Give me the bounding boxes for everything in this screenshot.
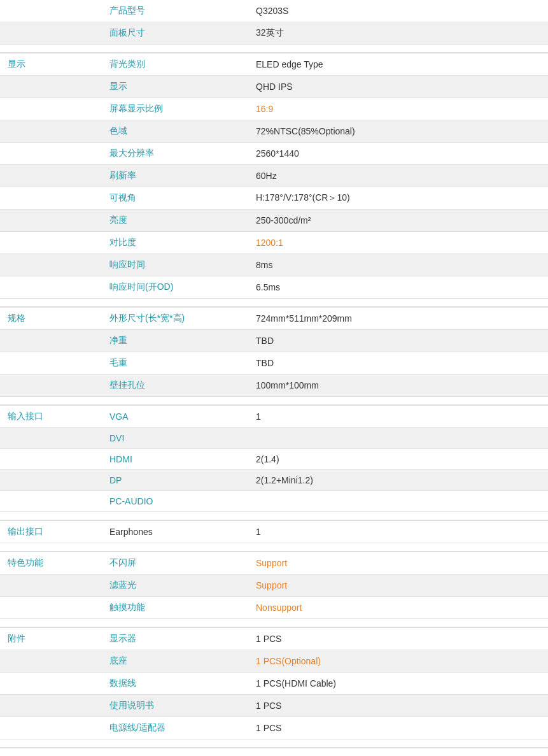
value-cell: 100mm*100mm: [248, 374, 548, 397]
table-row: 色域72%NTSC(85%Optional): [0, 120, 548, 143]
table-row: 输出接口Earphones1: [0, 520, 548, 543]
table-row: 屏幕显示比例16:9: [0, 98, 548, 120]
table-row: 电源线/适配器1 PCS: [0, 717, 548, 739]
label-cell: PC-AUDIO: [102, 491, 248, 512]
table-row: 触摸功能Nonsupport: [0, 597, 548, 619]
category-cell: [0, 673, 102, 695]
category-cell: [0, 597, 102, 619]
label-cell: DP: [102, 470, 248, 491]
category-cell: 输入接口: [0, 405, 102, 428]
value-cell: 250-300cd/m²: [248, 210, 548, 232]
table-row: DP2(1.2+Mini1.2): [0, 470, 548, 491]
label-cell: HDMI: [102, 449, 248, 470]
value-cell: [248, 491, 548, 512]
value-cell: 1: [248, 405, 548, 428]
value-cell: 2(1.2+Mini1.2): [248, 470, 548, 491]
value-cell: Support: [248, 574, 548, 597]
label-cell: 不闪屏: [102, 552, 248, 574]
label-cell: 对比度: [102, 232, 248, 254]
table-row: 净重TBD: [0, 330, 548, 352]
label-cell: Earphones: [102, 520, 248, 543]
category-cell: [0, 276, 102, 299]
category-cell: [0, 0, 102, 22]
label-cell: 亮度: [102, 210, 248, 232]
value-cell: TBD: [248, 352, 548, 374]
category-cell: [0, 143, 102, 165]
spec-table: 产品型号Q3203S面板尺寸32英寸显示背光类别ELED edge Type显示…: [0, 0, 548, 748]
value-cell: 1 PCS: [248, 627, 548, 650]
label-cell: 净重: [102, 330, 248, 352]
table-row: 规格外形尺寸(长*宽*高)724mm*511mm*209mm: [0, 307, 548, 330]
category-cell: 输出接口: [0, 520, 102, 543]
value-cell: Support: [248, 552, 548, 574]
value-cell: [248, 428, 548, 449]
label-cell: 底座: [102, 650, 248, 673]
table-row: 产品型号Q3203S: [0, 0, 548, 22]
table-row: 数据线1 PCS(HDMI Cable): [0, 673, 548, 695]
table-row: 最大分辨率2560*1440: [0, 143, 548, 165]
category-cell: [0, 98, 102, 120]
table-row: 壁挂孔位100mm*100mm: [0, 374, 548, 397]
category-cell: [0, 22, 102, 45]
label-cell: 电源线/适配器: [102, 717, 248, 739]
category-cell: [0, 449, 102, 470]
value-cell: 1 PCS(HDMI Cable): [248, 673, 548, 695]
value-cell: ELED edge Type: [248, 53, 548, 76]
label-cell: 响应时间: [102, 254, 248, 276]
label-cell: 触摸功能: [102, 597, 248, 619]
value-cell: 1 PCS: [248, 717, 548, 739]
value-cell: 8ms: [248, 254, 548, 276]
label-cell: 面板尺寸: [102, 22, 248, 45]
table-row: 附件显示器1 PCS: [0, 627, 548, 650]
value-cell: 2560*1440: [248, 143, 548, 165]
category-cell: [0, 330, 102, 352]
category-cell: [0, 352, 102, 374]
label-cell: 产品型号: [102, 0, 248, 22]
label-cell: 壁挂孔位: [102, 374, 248, 397]
table-row: 底座1 PCS(Optional): [0, 650, 548, 673]
category-cell: [0, 717, 102, 739]
value-cell: 1 PCS: [248, 695, 548, 717]
category-cell: [0, 650, 102, 673]
category-cell: [0, 574, 102, 597]
label-cell: 外形尺寸(长*宽*高): [102, 307, 248, 330]
category-cell: 特色功能: [0, 552, 102, 574]
table-row: 使用说明书1 PCS: [0, 695, 548, 717]
category-cell: 规格: [0, 307, 102, 330]
category-cell: [0, 210, 102, 232]
table-row: 刷新率60Hz: [0, 165, 548, 187]
label-cell: VGA: [102, 405, 248, 428]
category-cell: [0, 165, 102, 187]
label-cell: 显示: [102, 76, 248, 98]
label-cell: DVI: [102, 428, 248, 449]
value-cell: TBD: [248, 330, 548, 352]
table-row: 显示QHD IPS: [0, 76, 548, 98]
table-row: 显示背光类别ELED edge Type: [0, 53, 548, 76]
label-cell: 屏幕显示比例: [102, 98, 248, 120]
value-cell: QHD IPS: [248, 76, 548, 98]
category-cell: [0, 120, 102, 143]
category-cell: [0, 76, 102, 98]
value-cell: 1: [248, 520, 548, 543]
value-cell: 724mm*511mm*209mm: [248, 307, 548, 330]
value-cell: H:178°/V:178°(CR＞10): [248, 187, 548, 210]
value-cell: Q3203S: [248, 0, 548, 22]
table-row: 可视角H:178°/V:178°(CR＞10): [0, 187, 548, 210]
label-cell: 最大分辨率: [102, 143, 248, 165]
table-row: PC-AUDIO: [0, 491, 548, 512]
value-cell: 1 PCS(Optional): [248, 650, 548, 673]
category-cell: [0, 254, 102, 276]
category-cell: 显示: [0, 53, 102, 76]
label-cell: 刷新率: [102, 165, 248, 187]
table-row: 面板尺寸32英寸: [0, 22, 548, 45]
category-cell: [0, 187, 102, 210]
label-cell: 滤蓝光: [102, 574, 248, 597]
label-cell: 响应时间(开OD): [102, 276, 248, 299]
value-cell: 2(1.4): [248, 449, 548, 470]
table-row: 对比度1200:1: [0, 232, 548, 254]
category-cell: 附件: [0, 627, 102, 650]
label-cell: 背光类别: [102, 53, 248, 76]
table-row: 响应时间8ms: [0, 254, 548, 276]
table-row: 特色功能不闪屏Support: [0, 552, 548, 574]
value-cell: 16:9: [248, 98, 548, 120]
